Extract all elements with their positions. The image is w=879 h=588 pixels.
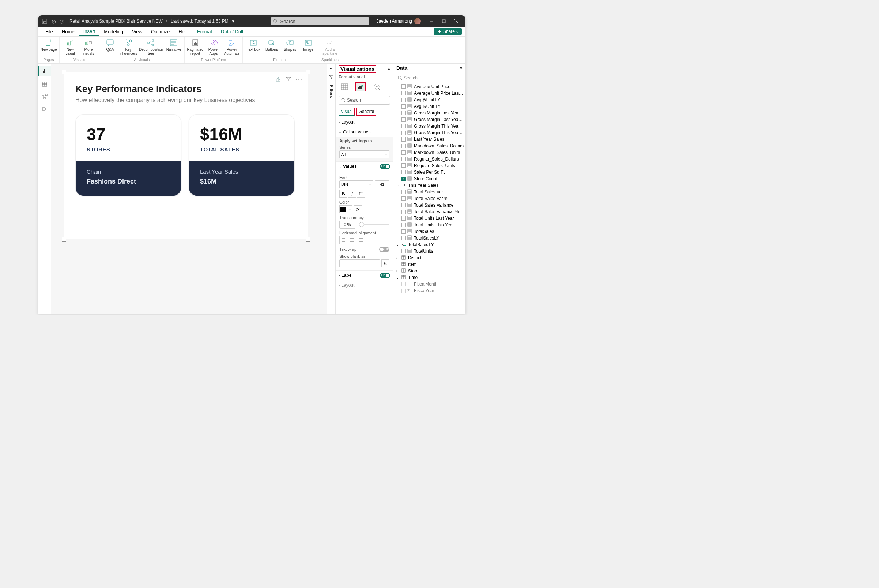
buttons-button[interactable]: Buttons: [263, 37, 280, 58]
layout-section-2[interactable]: ›Layout: [336, 280, 393, 290]
textbox-button[interactable]: AText box: [245, 37, 262, 58]
dax-view-button[interactable]: [40, 105, 49, 113]
field-item[interactable]: Gross Margin Last Year: [396, 110, 464, 116]
share-button[interactable]: Share ⌵: [434, 28, 462, 35]
checkbox[interactable]: [402, 150, 406, 154]
field-item[interactable]: Avg $/Unit LY: [396, 96, 464, 103]
save-icon[interactable]: [41, 18, 48, 25]
checkbox[interactable]: [402, 170, 406, 174]
label-toggle[interactable]: On: [380, 273, 390, 278]
model-view-button[interactable]: [40, 92, 49, 101]
decomposition-tree-button[interactable]: Decomposition tree: [138, 37, 164, 58]
font-family-dropdown[interactable]: DIN⌄: [339, 180, 374, 188]
card-stores[interactable]: 37 STORES Chain Fashions Direct: [75, 114, 182, 196]
series-dropdown[interactable]: All ⌄: [339, 150, 389, 158]
card-totalsales[interactable]: $16M TOTAL SALES Last Year Sales $16M: [189, 114, 295, 196]
field-item[interactable]: TotalSales: [396, 228, 464, 235]
expand-filters-icon[interactable]: «: [330, 66, 332, 71]
more-visuals-button[interactable]: More visuals: [80, 37, 97, 58]
menu-file[interactable]: File: [41, 27, 57, 36]
chevron-down-icon[interactable]: ▼: [231, 20, 235, 23]
qna-button[interactable]: Q&A: [102, 37, 118, 58]
bold-button[interactable]: B: [339, 190, 347, 198]
checkbox[interactable]: [402, 144, 406, 148]
format-search[interactable]: Search: [339, 96, 390, 105]
field-item[interactable]: Sales Per Sq Ft: [396, 169, 464, 176]
underline-button[interactable]: U: [357, 190, 365, 198]
checkbox[interactable]: [402, 164, 406, 168]
fx-blankas-button[interactable]: fx: [381, 259, 389, 267]
redo-icon[interactable]: [58, 18, 66, 25]
more-options-icon[interactable]: ···: [296, 76, 303, 83]
checkbox[interactable]: [402, 91, 406, 96]
checkbox[interactable]: [402, 216, 406, 220]
menu-data-drill[interactable]: Data / Drill: [216, 27, 248, 36]
titlebar-search[interactable]: Search: [271, 17, 369, 25]
transparency-slider[interactable]: [359, 224, 389, 225]
field-item[interactable]: TotalUnits: [396, 248, 464, 255]
minimize-button[interactable]: [425, 17, 438, 26]
checkbox[interactable]: [402, 229, 406, 234]
power-automate-button[interactable]: Power Automate: [224, 37, 240, 58]
maximize-button[interactable]: [438, 17, 450, 26]
checkbox[interactable]: [402, 98, 406, 102]
menu-modeling[interactable]: Modeling: [99, 27, 128, 36]
menu-help[interactable]: Help: [174, 27, 193, 36]
narrative-button[interactable]: Narrative: [165, 37, 182, 58]
visual-selection-frame[interactable]: ··· Key Performance Indicators How effec…: [62, 70, 310, 242]
menu-view[interactable]: View: [128, 27, 147, 36]
layout-section[interactable]: ›Layout: [336, 117, 393, 127]
blankas-input[interactable]: [339, 259, 380, 267]
build-visual-tab[interactable]: [339, 82, 350, 92]
field-item[interactable]: Regular_Sales_Units: [396, 162, 464, 169]
callout-section[interactable]: ⌄Callout values: [336, 127, 393, 137]
field-item[interactable]: Total Sales Variance: [396, 202, 464, 208]
checkbox[interactable]: [402, 84, 406, 89]
field-item[interactable]: Markdown_Sales_Units: [396, 149, 464, 156]
checkbox[interactable]: [402, 137, 406, 141]
field-item[interactable]: TotalSalesLY: [396, 235, 464, 242]
warning-icon[interactable]: [275, 76, 281, 83]
collapse-pane-icon[interactable]: »: [388, 66, 390, 72]
checkbox[interactable]: [402, 223, 406, 227]
field-item[interactable]: ΣFiscalYear: [396, 287, 464, 294]
checkbox[interactable]: [402, 236, 406, 240]
checkbox[interactable]: ✓: [402, 177, 406, 181]
user-account[interactable]: Jaeden Armstrong: [376, 18, 421, 24]
field-item[interactable]: Gross Margin This Year: [396, 123, 464, 129]
menu-optimize[interactable]: Optimize: [147, 27, 174, 36]
field-item[interactable]: Total Units Last Year: [396, 215, 464, 222]
checkbox[interactable]: [402, 111, 406, 115]
checkbox[interactable]: [402, 203, 406, 207]
checkbox[interactable]: [402, 210, 406, 214]
checkbox[interactable]: [402, 104, 406, 109]
format-visual-tab[interactable]: [356, 82, 366, 92]
field-item[interactable]: FiscalMonth: [396, 281, 464, 287]
paginated-report-button[interactable]: Paginated report: [187, 37, 204, 58]
field-item[interactable]: Gross Margin Last Year %: [396, 116, 464, 123]
collapse-pane-icon[interactable]: »: [460, 66, 462, 70]
field-item[interactable]: Total Sales Variance %: [396, 208, 464, 215]
field-item[interactable]: ›Store: [396, 268, 464, 274]
field-item[interactable]: Total Sales Var %: [396, 195, 464, 202]
italic-button[interactable]: I: [348, 190, 356, 198]
textwrap-toggle[interactable]: Off: [379, 247, 389, 252]
field-item[interactable]: ⌄This Year Sales: [396, 182, 464, 189]
align-right-button[interactable]: [357, 236, 365, 244]
checkbox[interactable]: [402, 190, 406, 194]
label-section[interactable]: ›Label On: [336, 270, 393, 280]
checkbox[interactable]: [402, 282, 406, 286]
close-button[interactable]: [450, 17, 462, 26]
field-item[interactable]: Total Sales Var: [396, 189, 464, 195]
field-item[interactable]: Regular_Sales_Dollars: [396, 156, 464, 162]
checkbox[interactable]: [402, 288, 406, 293]
field-item[interactable]: Avg $/Unit TY: [396, 103, 464, 110]
fx-color-button[interactable]: fx: [354, 205, 362, 213]
color-picker[interactable]: ⌄: [339, 205, 352, 213]
shapes-button[interactable]: Shapes: [282, 37, 298, 58]
ribbon-collapse-button[interactable]: [459, 37, 465, 63]
new-page-button[interactable]: New page: [40, 37, 57, 58]
field-item[interactable]: Gross Margin This Year %: [396, 129, 464, 136]
more-tabs-icon[interactable]: ···: [387, 109, 390, 114]
field-item[interactable]: Total Units This Year: [396, 222, 464, 228]
